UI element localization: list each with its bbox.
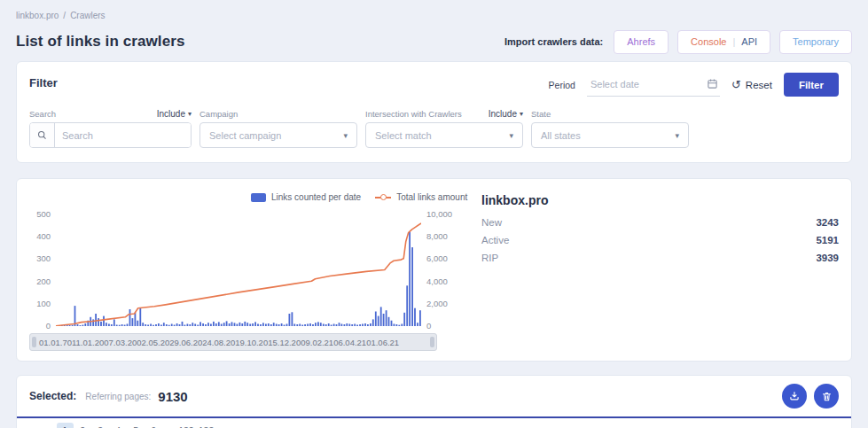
reset-icon: ↺ <box>731 79 741 90</box>
pagination-page-3[interactable]: 3 <box>92 423 109 428</box>
y-tick: 300 <box>36 253 51 263</box>
period-date-placeholder: Select date <box>590 79 639 89</box>
links-chart: Links counted per date Total links amoun… <box>29 188 457 351</box>
reset-button[interactable]: ↺ Reset <box>731 79 772 90</box>
breadcrumb-separator: / <box>63 11 66 20</box>
import-ahrefs-button[interactable]: Ahrefs <box>614 30 669 54</box>
pagination-page-1[interactable]: 1 <box>57 423 74 428</box>
pagination-next-button[interactable]: › <box>230 424 241 428</box>
page: linkbox.pro/Crawlers List of links in cr… <box>0 0 868 428</box>
intersection-include-dropdown[interactable]: Include▾ <box>489 109 523 119</box>
search-field-group: Search Include▾ <box>29 107 192 148</box>
y-axis-left: 500 400 300 200 100 0 <box>29 209 56 331</box>
stat-row-rip: RIP 3939 <box>481 249 839 267</box>
stat-label: Active <box>481 235 509 245</box>
intersection-select-value: Select match <box>375 130 432 141</box>
breadcrumb-current-link[interactable]: Crawlers <box>70 11 105 20</box>
x-tick: 11.01.20 <box>72 338 104 347</box>
x-axis-labels: 01.01.70 11.01.20 07.03.20 02.05.20 29.0… <box>39 338 396 347</box>
campaign-field-group: Campaign Select campaign ▾ <box>199 107 357 148</box>
chevron-down-icon: ▾ <box>343 131 348 140</box>
pagination-page-183[interactable]: 183 <box>197 423 216 428</box>
pagination-page-4[interactable]: 4 <box>110 423 127 428</box>
import-temporary-button[interactable]: Temporary <box>779 30 852 54</box>
stat-value: 3939 <box>816 253 839 263</box>
filter-card: Filter Period Select date ↺ Reset Filter <box>16 61 852 163</box>
y-axis-right: 10,000 8,000 6,000 4,000 2,000 0 <box>421 209 457 331</box>
page-title: List of links in crawlers <box>16 33 185 51</box>
stat-label: RIP <box>481 253 498 263</box>
zoom-handle-left[interactable] <box>32 337 36 347</box>
pagination: ‹ 1 2 3 4 5 6 … 182 183 › <box>17 418 851 428</box>
pagination-prev-button[interactable]: ‹ <box>31 424 43 428</box>
delete-button[interactable] <box>814 384 839 409</box>
y-tick: 4,000 <box>426 276 448 286</box>
period-label: Period <box>549 80 575 90</box>
referring-pages-count: 9130 <box>158 389 187 404</box>
download-icon <box>788 390 801 402</box>
x-tick: 01.01.70 <box>39 338 72 347</box>
pagination-ellipsis: … <box>163 423 176 428</box>
pagination-page-2[interactable]: 2 <box>74 423 91 428</box>
stat-row-active: Active 5191 <box>481 231 839 249</box>
y-tick: 6,000 <box>426 253 448 263</box>
stat-value: 3243 <box>816 217 839 228</box>
trash-icon <box>821 391 833 402</box>
console-api-divider: | <box>732 36 735 47</box>
selection-card: Selected: Referring pages: 9130 ‹ <box>16 375 852 428</box>
state-select[interactable]: All states ▾ <box>531 122 689 148</box>
state-field-group: State All states ▾ <box>531 107 689 148</box>
period-date-input[interactable]: Select date <box>587 74 720 97</box>
filter-title: Filter <box>29 73 58 89</box>
y-tick: 0 <box>426 321 431 331</box>
calendar-icon[interactable] <box>707 78 718 91</box>
chart-zoom-scrollbar[interactable]: 01.01.70 11.01.20 07.03.20 02.05.20 29.0… <box>29 333 437 351</box>
x-tick: 01.06.21 <box>366 338 399 347</box>
pagination-page-6[interactable]: 6 <box>145 423 162 428</box>
download-button[interactable] <box>782 384 807 409</box>
stat-row-new: New 3243 <box>481 214 839 231</box>
search-include-dropdown[interactable]: Include▾ <box>157 109 192 119</box>
import-console-api-button[interactable]: Console | API <box>677 30 770 54</box>
intersection-select[interactable]: Select match ▾ <box>365 122 523 148</box>
header-row: List of links in crawlers Import crawler… <box>16 29 852 54</box>
stat-label: New <box>481 217 502 228</box>
x-tick: 19.10.20 <box>235 338 268 347</box>
import-ahrefs-label: Ahrefs <box>627 36 655 47</box>
import-console-label[interactable]: Console <box>691 36 726 47</box>
stat-value: 5191 <box>816 235 839 245</box>
y-tick: 0 <box>46 321 51 331</box>
y-tick: 200 <box>36 276 51 286</box>
row-actions <box>782 384 839 409</box>
referring-pages-label: Referring pages: <box>85 392 151 401</box>
zoom-handle-right[interactable] <box>430 337 434 347</box>
search-icon[interactable] <box>30 123 55 147</box>
selected-label: Selected: <box>29 390 76 402</box>
state-label: State <box>531 109 551 119</box>
bar-series-swatch <box>251 193 266 202</box>
pagination-page-182[interactable]: 182 <box>176 423 196 428</box>
domain-title: linkbox.pro <box>481 193 839 214</box>
import-temporary-label: Temporary <box>793 36 839 47</box>
search-label: Search <box>29 109 56 119</box>
legend-item-links-counted[interactable]: Links counted per date <box>251 192 361 202</box>
intersection-label: Intersection with Crawlers <box>365 109 462 119</box>
campaign-select[interactable]: Select campaign ▾ <box>199 122 357 148</box>
x-tick: 24.08.20 <box>202 338 235 347</box>
chevron-down-icon: ▾ <box>188 110 192 118</box>
state-select-value: All states <box>541 130 581 141</box>
import-api-label[interactable]: API <box>741 36 757 47</box>
breadcrumb-home-link[interactable]: linkbox.pro <box>16 11 59 20</box>
reset-label: Reset <box>746 80 772 90</box>
filter-submit-button[interactable]: Filter <box>784 73 839 97</box>
x-tick: 02.05.20 <box>137 338 169 347</box>
import-label: Import crawlers data: <box>504 36 603 47</box>
legend-item-total-links[interactable]: Total links amount <box>375 192 467 202</box>
pagination-page-5[interactable]: 5 <box>128 423 145 428</box>
y-tick: 500 <box>36 209 51 219</box>
search-input[interactable] <box>55 123 191 147</box>
legend-label: Links counted per date <box>271 192 361 202</box>
y-tick: 100 <box>36 299 51 308</box>
y-tick: 400 <box>36 231 51 241</box>
y-tick: 8,000 <box>426 231 448 241</box>
